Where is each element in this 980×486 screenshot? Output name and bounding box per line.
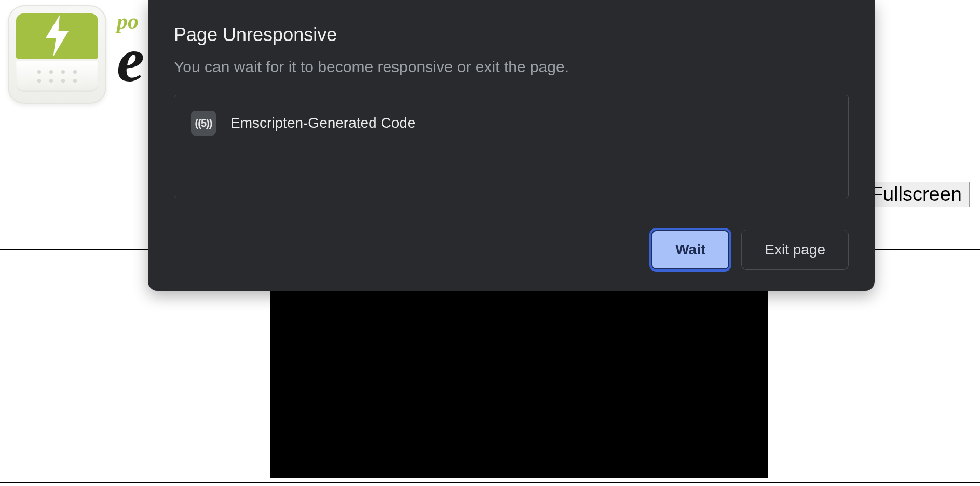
process-favicon: ((5)) xyxy=(191,111,216,136)
wordmark-name: e xyxy=(117,32,142,88)
logo-top-panel xyxy=(16,14,98,59)
emscripten-logo xyxy=(8,5,106,104)
lightning-icon xyxy=(42,15,73,57)
logo-bottom-panel xyxy=(16,61,98,92)
page-unresponsive-dialog: Page Unresponsive You can wait for it to… xyxy=(148,0,875,291)
unresponsive-process-list: ((5)) Emscripten-Generated Code xyxy=(174,95,849,198)
wait-button[interactable]: Wait xyxy=(651,230,730,270)
fullscreen-button-label: Fullscreen xyxy=(871,183,962,205)
process-name: Emscripten-Generated Code xyxy=(230,115,415,131)
dialog-subtitle: You can wait for it to become responsive… xyxy=(174,58,849,76)
fullscreen-button[interactable]: Fullscreen xyxy=(863,182,970,207)
dialog-button-row: Wait Exit page xyxy=(174,230,849,270)
emscripten-wordmark: po e xyxy=(117,10,142,88)
exit-page-button[interactable]: Exit page xyxy=(741,230,849,270)
wait-button-label: Wait xyxy=(675,241,705,258)
divider-bottom xyxy=(0,482,980,483)
exit-page-button-label: Exit page xyxy=(765,241,825,258)
broadcast-icon: ((5)) xyxy=(195,117,212,129)
dialog-title: Page Unresponsive xyxy=(174,24,849,46)
